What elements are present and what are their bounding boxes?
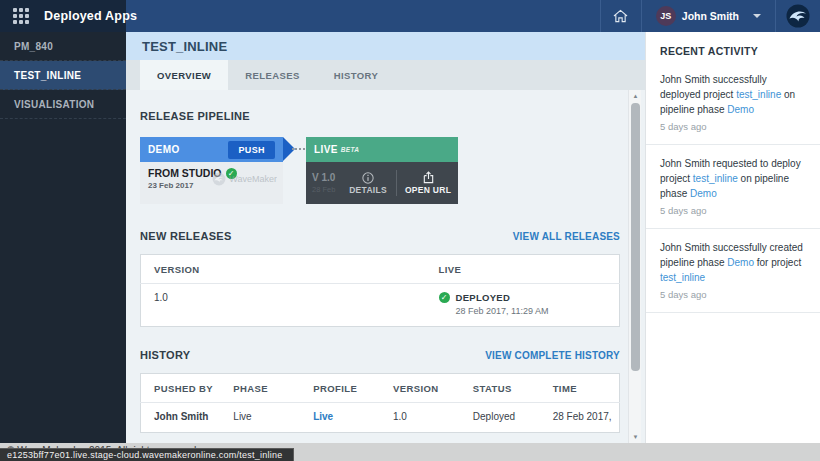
deployed-status: DEPLOYED xyxy=(456,292,549,303)
column-header-pushed-by: PUSHED BY xyxy=(141,374,221,403)
release-pipeline-heading: RELEASE PIPELINE xyxy=(140,110,620,122)
overview-content: RELEASE PIPELINE DEMO PUSH FROM STUDIO ✓… xyxy=(126,90,645,443)
scroll-down-arrow[interactable]: ▼ xyxy=(629,431,642,443)
tab-releases[interactable]: RELEASES xyxy=(228,60,316,90)
activity-text: John Smith successfully deployed project… xyxy=(660,72,806,117)
history-table: PUSHED BY PHASE PROFILE VERSION STATUS T… xyxy=(140,373,620,433)
tab-overview[interactable]: OVERVIEW xyxy=(140,60,228,90)
push-button[interactable]: PUSH xyxy=(228,141,275,159)
user-name: John Smith xyxy=(682,10,739,22)
history-phase-cell: Live xyxy=(220,403,300,433)
table-row: John Smith Live Live 1.0 Deployed 28 Feb… xyxy=(141,403,620,433)
wavemaker-watermark-icon xyxy=(212,172,226,186)
activity-text: John Smith successfully created pipeline… xyxy=(660,240,806,285)
wavemaker-watermark: WaveMaker xyxy=(212,172,277,186)
pipeline-connector xyxy=(292,148,305,150)
vertical-scrollbar[interactable]: ▲ ▼ xyxy=(628,90,641,443)
view-all-releases-link[interactable]: VIEW ALL RELEASES xyxy=(513,231,620,242)
column-header-version: VERSION xyxy=(141,255,426,284)
sidebar-item-test-inline[interactable]: TEST_INLINE xyxy=(0,61,126,90)
column-header-time: TIME xyxy=(540,374,620,403)
list-item: John Smith requested to deploy project t… xyxy=(646,145,820,229)
live-date: 28 Feb xyxy=(312,185,341,194)
open-url-button[interactable]: OPEN URL xyxy=(398,171,458,195)
new-releases-heading: NEW RELEASES xyxy=(140,230,232,242)
project-header: TEST_INLINE xyxy=(126,32,645,60)
history-heading: HISTORY xyxy=(140,349,190,361)
recent-activity-heading: RECENT ACTIVITY xyxy=(646,32,820,61)
status-url-tooltip: e1253bff77e01.live.stage-cloud.wavemaker… xyxy=(0,448,294,461)
activity-text: John Smith requested to deploy project t… xyxy=(660,156,806,201)
scroll-up-arrow[interactable]: ▲ xyxy=(629,90,642,102)
history-profile-link[interactable]: Live xyxy=(313,411,333,422)
live-phase-name: LIVE xyxy=(314,144,338,155)
history-status-cell: Deployed xyxy=(460,403,540,433)
scrollbar-thumb[interactable] xyxy=(631,103,640,371)
activity-timestamp: 5 days ago xyxy=(660,121,806,132)
app-grid-icon[interactable] xyxy=(13,8,29,24)
phase-link[interactable]: Demo xyxy=(690,188,717,199)
view-complete-history-link[interactable]: VIEW COMPLETE HISTORY xyxy=(485,350,620,361)
column-header-live: LIVE xyxy=(426,255,620,284)
app-title: Deployed Apps xyxy=(44,9,137,23)
main-panel: TEST_INLINE OVERVIEW RELEASES HISTORY RE… xyxy=(126,32,645,443)
wavemaker-logo-icon xyxy=(786,4,810,28)
deployed-time: 28 Feb 2017, 11:29 AM xyxy=(456,306,549,316)
demo-phase-card: DEMO PUSH FROM STUDIO ✓ 23 Feb 2017 xyxy=(140,137,283,204)
user-menu[interactable]: JS John Smith xyxy=(642,0,775,32)
release-version-cell: 1.0 xyxy=(141,284,426,327)
activity-timestamp: 5 days ago xyxy=(660,289,806,300)
project-link[interactable]: test_inline xyxy=(693,173,738,184)
wavemaker-logo xyxy=(776,0,820,32)
pipeline-cards: DEMO PUSH FROM STUDIO ✓ 23 Feb 2017 xyxy=(140,137,620,204)
activity-timestamp: 5 days ago xyxy=(660,205,806,216)
demo-source-label: FROM STUDIO xyxy=(148,167,222,179)
sidebar-item-visualisation[interactable]: VISUALISATION xyxy=(0,90,126,119)
live-version: V 1.0 xyxy=(312,172,341,183)
avatar: JS xyxy=(656,6,676,26)
live-card-overlay: V 1.0 28 Feb DETAILS xyxy=(306,162,458,204)
home-button[interactable] xyxy=(601,0,641,32)
live-phase-card: LIVE BETA V 1.0 28 Feb DETAILS xyxy=(306,137,458,204)
recent-activity-panel: RECENT ACTIVITY John Smith successfully … xyxy=(645,32,820,443)
open-url-icon xyxy=(422,171,435,184)
deployed-check-icon: ✓ xyxy=(439,292,450,303)
phase-link[interactable]: Demo xyxy=(727,257,754,268)
column-header-version: VERSION xyxy=(380,374,460,403)
history-time-cell: 28 Feb 2017, xyxy=(540,403,620,433)
live-card-header: LIVE BETA xyxy=(306,137,458,162)
chevron-down-icon xyxy=(753,14,761,18)
beta-badge: BETA xyxy=(341,146,359,153)
column-header-status: STATUS xyxy=(460,374,540,403)
phase-link[interactable]: Demo xyxy=(727,104,754,115)
tab-history[interactable]: HISTORY xyxy=(317,60,396,90)
demo-card-header: DEMO PUSH xyxy=(140,137,283,162)
list-item: John Smith successfully created pipeline… xyxy=(646,229,820,313)
overlay-divider xyxy=(396,170,397,196)
sidebar-item-pm-840[interactable]: PM_840 xyxy=(0,32,126,61)
demo-phase-name: DEMO xyxy=(148,144,180,155)
info-icon xyxy=(362,172,374,184)
column-header-profile: PROFILE xyxy=(300,374,380,403)
list-item: John Smith successfully deployed project… xyxy=(646,61,820,145)
watermark-text: WaveMaker xyxy=(229,174,277,184)
project-link[interactable]: test_inline xyxy=(736,89,781,100)
column-header-phase: PHASE xyxy=(220,374,300,403)
page-title: TEST_INLINE xyxy=(142,39,227,54)
details-button[interactable]: DETAILS xyxy=(341,172,395,195)
topbar-brand-area: Deployed Apps xyxy=(0,0,126,32)
project-sidebar: PM_840 TEST_INLINE VISUALISATION xyxy=(0,32,126,443)
project-link[interactable]: test_inline xyxy=(660,272,705,283)
deployed-status-cell: ✓ DEPLOYED 28 Feb 2017, 11:29 AM xyxy=(439,292,620,316)
new-releases-table: VERSION LIVE 1.0 ✓ DEPLOYED 28 Feb 2017,… xyxy=(140,254,620,327)
demo-card-body: FROM STUDIO ✓ 23 Feb 2017 WaveMaker xyxy=(140,162,283,204)
history-version-cell: 1.0 xyxy=(380,403,460,433)
topbar: Deployed Apps JS John Smith xyxy=(0,0,820,32)
tabbar: OVERVIEW RELEASES HISTORY xyxy=(126,60,645,90)
history-pushed-by-cell: John Smith xyxy=(141,403,221,433)
table-row: 1.0 ✓ DEPLOYED 28 Feb 2017, 11:29 AM xyxy=(141,284,620,327)
home-icon xyxy=(613,9,628,23)
